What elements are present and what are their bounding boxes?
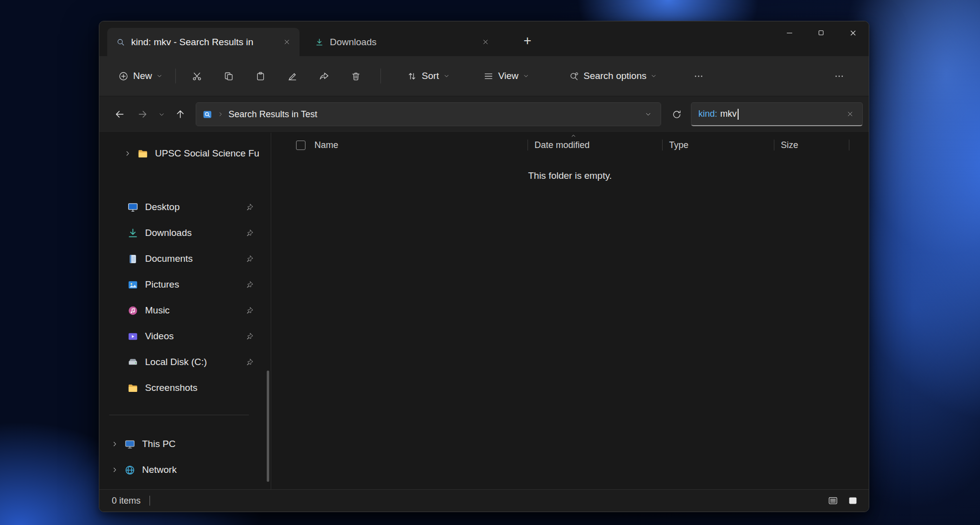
downloads-icon (127, 227, 139, 239)
delete-button[interactable] (342, 66, 370, 86)
toolbar-divider (175, 69, 176, 83)
sidebar-scrollbar[interactable] (267, 371, 269, 482)
sidebar-item-label: Desktop (145, 202, 245, 213)
sidebar-item-downloads[interactable]: Downloads (99, 220, 271, 246)
column-header-size[interactable]: Size (774, 133, 849, 157)
sidebar-item-pictures[interactable]: Pictures (99, 272, 271, 298)
folder-icon (127, 382, 139, 394)
breadcrumb-location[interactable]: Search Results in Test (228, 109, 317, 120)
file-list-pane: Name Date modified Type Size This folder… (271, 133, 869, 489)
address-bar[interactable]: Search Results in Test (196, 102, 661, 126)
copy-icon (224, 71, 234, 81)
search-results-folder-icon (202, 109, 213, 120)
sidebar-item-label: Documents (145, 253, 245, 264)
column-header-name[interactable]: Name (271, 133, 528, 157)
sidebar-item-desktop[interactable]: Desktop (99, 194, 271, 220)
chevron-down-icon (156, 73, 162, 79)
sidebar-item-label: Local Disk (C:) (145, 357, 245, 368)
tab-search-results[interactable]: kind: mkv - Search Results in (107, 28, 300, 56)
search-input[interactable]: kind: mkv (691, 102, 863, 126)
up-button[interactable] (169, 103, 192, 125)
forward-icon (137, 109, 148, 120)
recent-locations-button[interactable] (154, 103, 169, 125)
empty-folder-message: This folder is empty. (271, 170, 869, 181)
address-dropdown-button[interactable] (640, 106, 657, 123)
minimize-button[interactable] (773, 21, 805, 44)
documents-icon (127, 253, 139, 265)
sidebar-item-this-pc[interactable]: This PC (99, 431, 271, 457)
more-options-button[interactable] (684, 66, 712, 86)
chevron-right-icon (124, 150, 131, 157)
column-header-type[interactable]: Type (662, 133, 774, 157)
sidebar-item-music[interactable]: Music (99, 298, 271, 323)
refresh-button[interactable] (665, 103, 688, 125)
cut-button[interactable] (183, 66, 211, 86)
sidebar-item-label: Screenshots (145, 382, 265, 393)
close-button[interactable] (837, 21, 869, 44)
column-label: Name (314, 140, 338, 150)
pin-icon (245, 358, 254, 367)
pin-icon (245, 203, 254, 212)
rename-button[interactable] (278, 66, 306, 86)
view-icon (483, 71, 494, 81)
new-tab-button[interactable]: + (518, 31, 537, 51)
column-label: Date modified (534, 140, 590, 150)
sidebar-item-documents[interactable]: Documents (99, 246, 271, 272)
pin-icon (245, 281, 254, 289)
search-options-button[interactable]: Search options (563, 66, 663, 86)
sidebar-item-screenshots[interactable]: Screenshots (99, 375, 271, 401)
column-label: Type (669, 140, 688, 150)
pictures-icon (127, 279, 139, 291)
search-icon (116, 38, 125, 47)
sort-button[interactable]: Sort (401, 66, 455, 86)
view-button-label: View (498, 71, 519, 81)
folder-icon (137, 148, 149, 159)
see-more-button[interactable] (825, 66, 853, 86)
back-button[interactable] (108, 103, 131, 125)
navigation-pane: UPSC Social Science Fu Desktop Downloads… (99, 133, 271, 489)
sidebar-item-label: Pictures (145, 279, 245, 290)
chevron-down-icon (158, 111, 165, 118)
drive-icon (127, 357, 139, 368)
view-button[interactable]: View (477, 66, 535, 86)
rename-icon (287, 71, 298, 81)
up-icon (175, 109, 186, 120)
status-bar: 0 items (99, 489, 869, 512)
back-icon (114, 109, 125, 120)
sidebar-item-upsc-folder[interactable]: UPSC Social Science Fu (99, 141, 271, 166)
tab-close-icon[interactable] (478, 35, 492, 49)
search-token: kind: (698, 109, 717, 119)
command-bar: New S (99, 56, 869, 96)
pin-icon (245, 229, 254, 237)
tab-downloads[interactable]: Downloads (306, 28, 498, 56)
maximize-button[interactable] (805, 21, 837, 44)
share-icon (319, 71, 329, 81)
minimize-icon (785, 29, 794, 37)
more-icon (834, 71, 844, 81)
thumbnail-view-button[interactable] (844, 493, 862, 509)
network-icon (124, 464, 136, 476)
address-bar-row: Search Results in Test kind: mkv (99, 96, 869, 133)
paste-button[interactable] (246, 66, 274, 86)
column-header-date-modified[interactable]: Date modified (528, 133, 662, 157)
item-count: 0 items (112, 496, 141, 506)
cut-icon (192, 71, 202, 81)
pin-icon (245, 332, 254, 341)
sidebar-item-label: Videos (145, 331, 245, 342)
sort-ascending-icon (570, 133, 577, 139)
sidebar-separator (109, 415, 249, 415)
column-headers: Name Date modified Type Size (271, 133, 869, 157)
sidebar-item-local-disk-c[interactable]: Local Disk (C:) (99, 349, 271, 375)
sidebar-item-label: Downloads (145, 227, 245, 238)
details-view-button[interactable] (824, 493, 842, 509)
sidebar-item-network[interactable]: Network (99, 457, 271, 483)
new-button[interactable]: New (112, 66, 168, 86)
share-button[interactable] (310, 66, 338, 86)
sidebar-item-videos[interactable]: Videos (99, 323, 271, 349)
select-all-checkbox[interactable] (296, 141, 305, 150)
copy-button[interactable] (215, 66, 242, 86)
forward-button[interactable] (131, 103, 154, 125)
breadcrumb-chevron-icon (218, 111, 224, 117)
clear-search-button[interactable] (842, 107, 857, 122)
tab-close-icon[interactable] (280, 35, 294, 49)
